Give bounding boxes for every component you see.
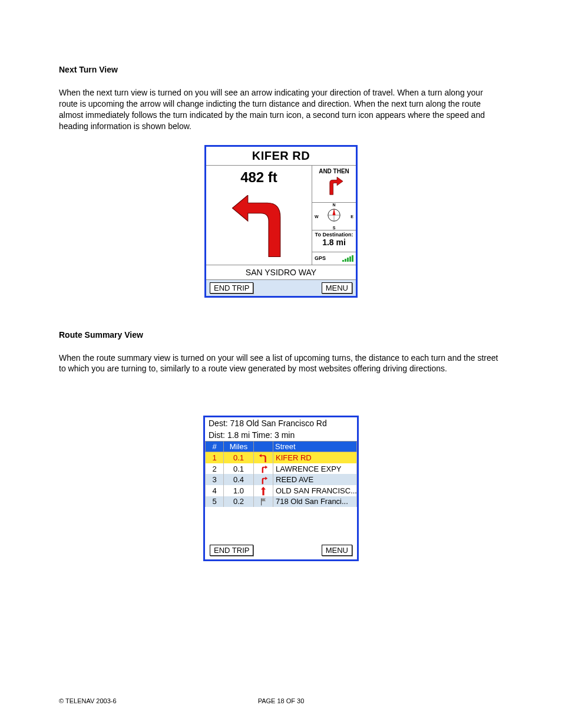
compass-w: W	[315, 214, 319, 218]
route-summary-panel: Dest: 718 Old San Francisco Rd Dist: 1.8…	[203, 416, 359, 561]
row-street: OLD SAN FRANCISC...	[273, 485, 357, 496]
compass-n: N	[332, 203, 335, 207]
turn-flag-icon	[254, 496, 273, 508]
next-turn-panel: KIFER RD 482 ft AND THEN	[204, 145, 358, 298]
row-num: 1	[206, 452, 224, 463]
to-destination-label: To Destination:	[312, 232, 356, 238]
row-num: 5	[206, 496, 224, 508]
row-num: 3	[206, 474, 224, 485]
compass-icon	[324, 205, 344, 225]
col-header-icon	[254, 442, 273, 452]
current-street: SAN YSIDRO WAY	[206, 265, 356, 279]
footer-page: PAGE 18 OF 30	[59, 697, 503, 704]
row-street: KIFER RD	[273, 452, 357, 463]
table-row[interactable]: 50.2718 Old San Franci...	[206, 496, 357, 508]
table-row[interactable]: 10.1KIFER RD	[206, 452, 357, 463]
svg-rect-4	[261, 499, 262, 506]
and-then-turn-right-icon	[312, 174, 356, 197]
end-trip-button[interactable]: END TRIP	[210, 545, 253, 556]
compass-e: E	[351, 214, 353, 218]
row-num: 4	[206, 485, 224, 496]
row-miles: 1.0	[224, 485, 254, 496]
row-street: LAWRENCE EXPY	[273, 463, 357, 475]
end-trip-button[interactable]: END TRIP	[210, 282, 253, 294]
menu-button[interactable]: MENU	[322, 282, 352, 294]
section-body-route-summary: When the route summary view is turned on…	[59, 353, 503, 375]
next-turn-street: KIFER RD	[206, 147, 356, 166]
col-header-street: Street	[273, 442, 357, 452]
compass-s: S	[333, 226, 336, 230]
table-row[interactable]: 41.0OLD SAN FRANCISC...	[206, 485, 357, 496]
gps-signal-icon	[342, 255, 353, 262]
gps-label: GPS	[315, 255, 326, 261]
row-miles: 0.1	[224, 463, 254, 475]
to-destination-value: 1.8 mi	[312, 238, 356, 247]
turn-straight-icon	[254, 485, 273, 496]
and-then-label: AND THEN	[312, 167, 356, 174]
menu-button[interactable]: MENU	[322, 545, 352, 556]
row-miles: 0.2	[224, 496, 254, 508]
turn-right-icon	[254, 474, 273, 485]
route-dist-line: Dist: 1.8 mi Time: 3 min	[205, 429, 357, 441]
row-street: REED AVE	[273, 474, 357, 485]
table-row[interactable]: 20.1LAWRENCE EXPY	[206, 463, 357, 475]
route-dest-line: Dest: 718 Old San Francisco Rd	[205, 417, 357, 429]
turn-left-icon	[254, 452, 273, 463]
section-heading-route-summary: Route Summary View	[59, 330, 503, 340]
col-header-num: #	[206, 442, 224, 452]
next-turn-distance: 482 ft	[206, 166, 312, 186]
turn-right-icon	[254, 463, 273, 475]
col-header-miles: Miles	[224, 442, 254, 452]
row-street: 718 Old San Franci...	[273, 496, 357, 508]
section-body-next-turn: When the next turn view is turned on you…	[59, 87, 503, 132]
section-heading-next-turn: Next Turn View	[59, 65, 503, 74]
row-miles: 0.4	[224, 474, 254, 485]
row-miles: 0.1	[224, 452, 254, 463]
table-row[interactable]: 30.4REED AVE	[206, 474, 357, 485]
row-num: 2	[206, 463, 224, 475]
route-table: # Miles Street 10.1KIFER RD20.1LAWRENCE …	[205, 441, 357, 507]
